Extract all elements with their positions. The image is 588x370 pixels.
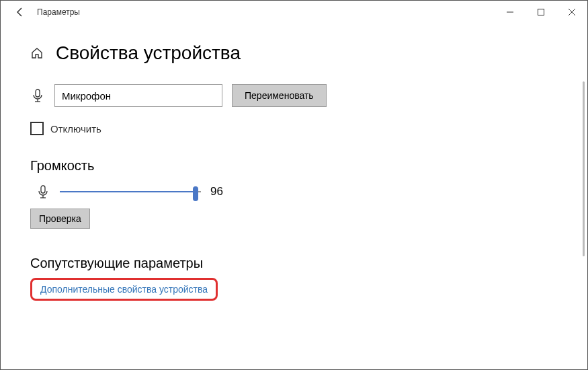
volume-value: 96 <box>210 185 223 198</box>
home-icon[interactable] <box>30 46 44 60</box>
page-title: Свойства устройства <box>56 42 241 64</box>
microphone-icon <box>36 184 50 199</box>
microphone-icon <box>30 88 45 103</box>
scrollbar[interactable] <box>583 81 585 256</box>
device-name-row: Переименовать <box>30 84 560 107</box>
device-name-input[interactable] <box>54 84 222 107</box>
slider-fill <box>60 191 196 192</box>
minimize-button[interactable] <box>495 1 526 24</box>
volume-row: 96 <box>30 184 560 199</box>
window-title: Параметры <box>37 7 80 17</box>
related-heading: Сопутствующие параметры <box>30 256 560 271</box>
close-button[interactable] <box>556 1 587 24</box>
svg-rect-1 <box>538 9 544 15</box>
disable-checkbox[interactable] <box>30 122 44 135</box>
svg-rect-7 <box>41 186 45 193</box>
disable-row: Отключить <box>30 122 560 135</box>
volume-slider[interactable] <box>60 185 201 198</box>
test-button[interactable]: Проверка <box>30 209 90 229</box>
svg-rect-4 <box>36 89 40 97</box>
maximize-button[interactable] <box>526 1 556 24</box>
volume-heading: Громкость <box>30 158 560 174</box>
back-button[interactable] <box>9 1 32 24</box>
disable-label: Отключить <box>50 123 101 135</box>
slider-thumb[interactable] <box>193 186 198 201</box>
header-row: Свойства устройства <box>30 42 560 64</box>
content-area: Свойства устройства Переименовать Отключ… <box>1 24 587 301</box>
titlebar: Параметры <box>1 1 587 24</box>
window-controls <box>495 1 587 24</box>
rename-button[interactable]: Переименовать <box>232 84 327 107</box>
additional-properties-link[interactable]: Дополнительные свойства устройства <box>30 278 218 301</box>
